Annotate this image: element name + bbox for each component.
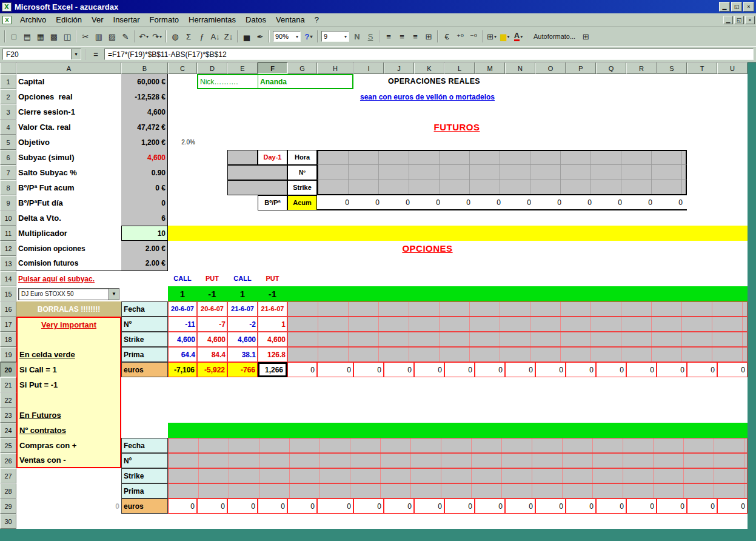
opciones-heading[interactable]: OPCIONES [168, 241, 687, 256]
workbook-restore-button[interactable]: ◱ [734, 16, 744, 24]
cell-T29[interactable]: 0 [687, 499, 717, 514]
column-header-A[interactable]: A [16, 62, 121, 74]
cell-B26[interactable]: Nº [121, 453, 168, 468]
cell-U20[interactable]: 0 [717, 362, 748, 377]
futuros-heading[interactable]: FUTUROS [287, 119, 626, 135]
row-header-3[interactable]: 3 [0, 104, 16, 119]
cell-F19[interactable]: 126.8 [258, 347, 287, 362]
pulsar-subyac-label[interactable]: Pulsar aquí el subyac. [16, 271, 121, 286]
redo-icon-dropdown-icon[interactable]: ▾ [159, 34, 162, 39]
grid-icon[interactable]: ⊞ [579, 30, 592, 43]
column-header-P[interactable]: P [566, 62, 596, 74]
cell-B16[interactable]: Fecha [121, 301, 168, 317]
cell-Q9[interactable]: 0 [596, 195, 626, 210]
cell-O20[interactable]: 0 [535, 362, 566, 377]
cell-C17[interactable]: -11 [168, 317, 197, 332]
column-header-D[interactable]: D [197, 62, 227, 74]
row-header-18[interactable]: 18 [0, 332, 16, 347]
cell-E6[interactable] [227, 150, 258, 165]
cell-M29[interactable]: 0 [475, 499, 505, 514]
row-header-7[interactable]: 7 [0, 165, 16, 180]
cell-M9[interactable]: 0 [475, 195, 505, 210]
column-header-Q[interactable]: Q [596, 62, 626, 74]
row-header-29[interactable]: 29 [0, 499, 16, 514]
green-band-futures[interactable] [168, 423, 748, 438]
row-header-11[interactable]: 11 [0, 226, 16, 241]
cell-A18[interactable] [16, 332, 121, 347]
cell-L29[interactable]: 0 [444, 499, 475, 514]
cell-I20[interactable]: 0 [353, 362, 384, 377]
cell-G18[interactable] [287, 332, 748, 347]
operaciones-reales-heading[interactable]: OPERACIONES REALES [353, 74, 717, 89]
cell-C15[interactable]: 1 [168, 286, 197, 301]
row-header-16[interactable]: 16 [0, 301, 16, 317]
cell-G8[interactable]: Strike [287, 180, 317, 195]
close-button[interactable]: × [743, 2, 754, 12]
cell-B13[interactable]: 2.00 € [121, 256, 168, 271]
cell-D16[interactable]: 20-6-07 [197, 301, 227, 317]
acum-label[interactable]: Acum [287, 195, 317, 210]
column-header-C[interactable]: C [168, 62, 197, 74]
cell-B8[interactable]: 0 € [121, 180, 168, 195]
cell-J29[interactable]: 0 [384, 499, 414, 514]
cell-H9[interactable]: 0 [317, 195, 353, 210]
cell-R29[interactable]: 0 [626, 499, 657, 514]
row-header-30[interactable]: 30 [0, 514, 16, 529]
restore-button[interactable]: ◱ [731, 2, 742, 12]
row-header-2[interactable]: 2 [0, 89, 16, 104]
cell-A24[interactable]: Nº contratos [16, 423, 121, 438]
print-preview-icon[interactable]: ◫ [61, 30, 74, 43]
help-icon[interactable]: ?▾ [302, 30, 315, 43]
column-header-B[interactable]: B [121, 62, 168, 74]
cell-H20[interactable]: 0 [317, 362, 353, 377]
cell-U29[interactable]: 0 [717, 499, 748, 514]
cell-B4[interactable]: 47,472 € [121, 119, 168, 135]
format-painter-icon[interactable]: ✎ [119, 30, 132, 43]
cell-A21[interactable]: Si Put = -1 [16, 377, 121, 392]
cell-F14[interactable]: PUT [258, 271, 287, 286]
align-left-icon[interactable]: ≡ [382, 30, 395, 43]
active-cell[interactable]: 1,266 [258, 362, 287, 377]
cell-A8[interactable]: Bº/Pª Fut acum [16, 180, 121, 195]
formula-input[interactable]: =F17*(F19)*$B$11-ABS(F17)*$B$12 [104, 49, 754, 60]
menu-ventana[interactable]: Ventana [271, 14, 310, 25]
cell-Q20[interactable]: 0 [596, 362, 626, 377]
cell-A19[interactable]: En celda verde [16, 347, 121, 362]
menu-datos[interactable]: Datos [241, 14, 271, 25]
sort-descending-icon[interactable]: Z↓ [222, 30, 235, 43]
column-header-J[interactable]: J [384, 62, 414, 74]
save-icon[interactable]: ▦ [34, 30, 47, 43]
cut-icon[interactable]: ✂ [79, 30, 92, 43]
borders-icon-dropdown-icon[interactable]: ▾ [494, 34, 497, 39]
menu-ver[interactable]: Ver [87, 14, 109, 25]
cell-I9[interactable]: 0 [353, 195, 384, 210]
underlying-select[interactable]: DJ Euro STOXX 50▼ [18, 288, 119, 300]
cell-C25[interactable] [168, 438, 748, 453]
underlying-select[interactable]: DJ Euro STOXX 50▼ [16, 286, 121, 301]
cell-C26[interactable] [168, 453, 748, 468]
cell-A5[interactable]: Objetivo [16, 135, 121, 150]
cell-O29[interactable]: 0 [535, 499, 566, 514]
cell-D17[interactable]: -7 [197, 317, 227, 332]
name-box[interactable]: F20 ▾ [2, 49, 81, 60]
cell-C5[interactable]: 2.0% [168, 135, 197, 150]
menu-edicion[interactable]: Edición [51, 14, 87, 25]
fill-color-icon-dropdown-icon[interactable]: ▾ [507, 34, 509, 39]
cell-R20[interactable]: 0 [626, 362, 657, 377]
cell-A23[interactable]: En Futuros [16, 408, 121, 423]
zoom-select-dropdown-icon[interactable]: ▾ [296, 34, 298, 39]
cell-A7[interactable]: Salto Subyac % [16, 165, 121, 180]
cell-A20[interactable]: Si Call = 1 [16, 362, 121, 377]
cell-N20[interactable]: 0 [505, 362, 535, 377]
menu-formato[interactable]: Formato [145, 14, 184, 25]
row-header-1[interactable]: 1 [0, 74, 16, 89]
cell-B7[interactable]: 0.90 [121, 165, 168, 180]
sort-ascending-icon[interactable]: A↓ [209, 30, 222, 43]
cell-T20[interactable]: 0 [687, 362, 717, 377]
ananda-value[interactable]: Ananda [258, 74, 353, 89]
cell-I29[interactable]: 0 [353, 499, 384, 514]
row-header-26[interactable]: 26 [0, 453, 16, 468]
cell-E8[interactable] [227, 180, 287, 195]
cell-B20[interactable]: euros [121, 362, 168, 377]
cell-G19[interactable] [287, 347, 748, 362]
